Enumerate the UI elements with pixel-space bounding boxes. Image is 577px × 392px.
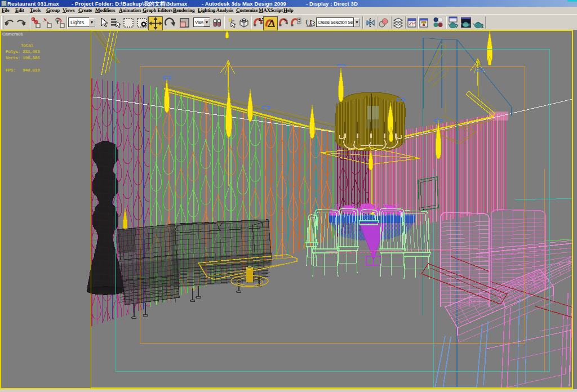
svg-text:%: % — [283, 17, 287, 23]
svg-text:ABC: ABC — [307, 24, 313, 28]
